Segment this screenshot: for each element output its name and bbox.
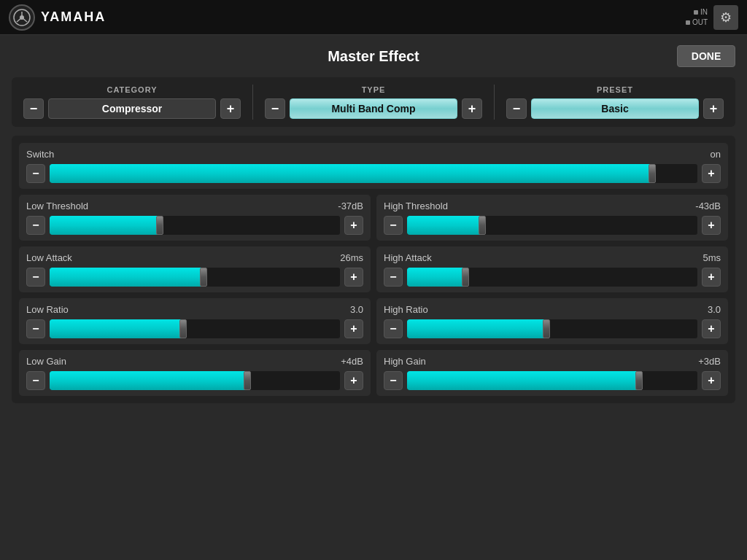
low-attack-slider-row: − + (26, 268, 363, 287)
high-gain-name: High Gain (384, 356, 426, 367)
low-attack-param: Low Attack 26ms − + (19, 246, 371, 292)
preset-plus-button[interactable]: + (703, 98, 724, 119)
high-gain-slider-thumb[interactable] (635, 371, 643, 390)
title-bar: Master Effect DONE (12, 35, 735, 77)
high-attack-slider-track[interactable] (407, 268, 697, 287)
high-threshold-minus-button[interactable]: − (384, 216, 403, 235)
low-threshold-minus-button[interactable]: − (26, 216, 45, 235)
high-attack-slider-thumb[interactable] (462, 268, 469, 287)
type-label: TYPE (362, 85, 386, 94)
page-title: Master Effect (70, 48, 677, 65)
preset-minus-button[interactable]: − (506, 98, 527, 119)
high-attack-minus-button[interactable]: − (384, 268, 403, 287)
low-threshold-param: Low Threshold -37dB − + (19, 195, 371, 241)
low-ratio-plus-button[interactable]: + (344, 319, 363, 338)
done-button[interactable]: DONE (677, 45, 735, 67)
params-area: Switch on − + Low Threshold -37dB − (12, 136, 735, 403)
high-threshold-slider-fill (407, 216, 482, 235)
low-ratio-param: Low Ratio 3.0 − + (19, 298, 371, 344)
low-gain-slider-track[interactable] (50, 371, 340, 390)
high-ratio-slider-thumb[interactable] (543, 319, 550, 338)
preset-label: PRESET (597, 85, 633, 94)
attack-pair: Low Attack 26ms − + High Attack 5ms (19, 246, 728, 292)
low-ratio-value: 3.0 (350, 304, 363, 315)
low-attack-name: Low Attack (26, 252, 72, 263)
low-gain-param: Low Gain +4dB − + (19, 350, 371, 396)
low-ratio-slider-track[interactable] (50, 319, 340, 338)
high-threshold-plus-button[interactable]: + (702, 216, 721, 235)
low-gain-minus-button[interactable]: − (26, 371, 45, 390)
low-attack-plus-button[interactable]: + (344, 268, 363, 287)
high-attack-param: High Attack 5ms − + (376, 246, 728, 292)
high-threshold-name: High Threshold (384, 201, 448, 211)
high-gain-slider-fill (407, 371, 639, 390)
preset-value: Basic (531, 98, 699, 119)
low-gain-name: Low Gain (26, 356, 66, 367)
settings-button[interactable]: ⚙ (713, 5, 738, 30)
switch-value: on (711, 149, 721, 160)
switch-slider-thumb[interactable] (649, 164, 656, 183)
low-threshold-slider-thumb[interactable] (156, 216, 163, 235)
svg-point-1 (20, 15, 24, 20)
low-gain-plus-button[interactable]: + (344, 371, 363, 390)
high-gain-minus-button[interactable]: − (384, 371, 403, 390)
category-plus-button[interactable]: + (220, 98, 241, 119)
io-indicator: IN OUT (686, 7, 708, 28)
high-ratio-minus-button[interactable]: − (384, 319, 403, 338)
low-gain-slider-row: − + (26, 371, 363, 390)
high-ratio-value: 3.0 (708, 304, 721, 315)
switch-param: Switch on − + (19, 143, 728, 189)
ratio-pair: Low Ratio 3.0 − + High Ratio 3.0 (19, 298, 728, 344)
low-attack-slider-fill (50, 268, 204, 287)
divider-1 (252, 85, 253, 120)
low-gain-slider-thumb[interactable] (244, 371, 251, 390)
threshold-pair: Low Threshold -37dB − + High Threshold -… (19, 195, 728, 241)
high-threshold-slider-track[interactable] (407, 216, 697, 235)
low-threshold-plus-button[interactable]: + (344, 216, 363, 235)
high-ratio-slider-row: − + (384, 319, 721, 338)
high-ratio-plus-button[interactable]: + (702, 319, 721, 338)
high-gain-slider-track[interactable] (407, 371, 697, 390)
high-threshold-slider-row: − + (384, 216, 721, 235)
switch-plus-button[interactable]: + (702, 164, 721, 183)
high-gain-plus-button[interactable]: + (702, 371, 721, 390)
high-threshold-slider-thumb[interactable] (479, 216, 486, 235)
category-selector: CATEGORY − Compressor + (23, 85, 241, 119)
switch-name: Switch (26, 149, 54, 160)
logo-text: YAMAHA (41, 9, 106, 25)
low-gain-slider-fill (50, 371, 247, 390)
high-gain-value: +3dB (698, 356, 721, 367)
high-attack-plus-button[interactable]: + (702, 268, 721, 287)
high-gain-param: High Gain +3dB − + (376, 350, 728, 396)
preset-selector: PRESET − Basic + (506, 85, 724, 119)
low-threshold-slider-track[interactable] (50, 216, 340, 235)
high-threshold-value: -43dB (695, 201, 721, 211)
type-minus-button[interactable]: − (265, 98, 285, 119)
switch-minus-button[interactable]: − (26, 164, 45, 183)
high-attack-value: 5ms (703, 252, 721, 263)
logo: YAMAHA (9, 4, 106, 31)
low-gain-value: +4dB (341, 356, 363, 367)
low-attack-slider-track[interactable] (50, 268, 340, 287)
switch-header: Switch on (26, 149, 721, 160)
main-content: Master Effect DONE CATEGORY − Compressor… (0, 35, 747, 560)
high-ratio-slider-fill (407, 319, 546, 338)
gain-pair: Low Gain +4dB − + High Gain +3dB (19, 350, 728, 396)
low-threshold-slider-fill (50, 216, 160, 235)
low-ratio-slider-thumb[interactable] (179, 319, 187, 338)
low-ratio-minus-button[interactable]: − (26, 319, 45, 338)
high-attack-name: High Attack (384, 252, 432, 263)
low-threshold-value: -37dB (338, 201, 363, 211)
low-attack-slider-thumb[interactable] (200, 268, 207, 287)
low-attack-minus-button[interactable]: − (26, 268, 45, 287)
switch-slider-track[interactable] (50, 164, 697, 183)
high-ratio-slider-track[interactable] (407, 319, 697, 338)
type-plus-button[interactable]: + (462, 98, 482, 119)
category-control: − Compressor + (23, 98, 241, 119)
selectors-row: CATEGORY − Compressor + TYPE − Multi Ban… (12, 77, 735, 127)
switch-slider-row: − + (26, 164, 721, 183)
divider-2 (494, 85, 495, 120)
header-controls: IN OUT ⚙ (686, 5, 738, 30)
category-minus-button[interactable]: − (23, 98, 44, 119)
type-value: Multi Band Comp (290, 98, 457, 119)
